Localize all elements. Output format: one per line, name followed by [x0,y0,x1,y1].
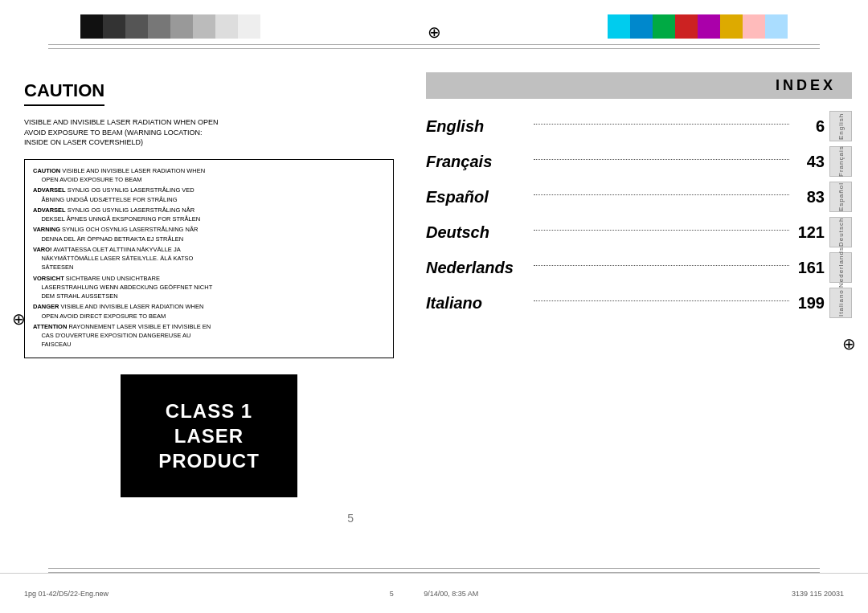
top-line1 [48,44,820,45]
index-dots-italiano [534,300,789,301]
warning-box: CAUTION VISIBLE AND INVISIBLE LASER RADI… [24,159,394,358]
warning-entry-attention: ATTENTION RAYONNEMENT LASER VISIBLE ET I… [33,322,385,349]
swatch-bar-right [608,14,788,39]
laser-product-box: CLASS 1 LASER PRODUCT [121,374,297,498]
index-label-espanol: Español [426,188,530,206]
index-entry-english: English 6 English [426,111,852,141]
swatch-black [80,14,103,39]
footer-timestamp: 9/14/00, 8:35 AM [424,590,478,598]
index-label-nederlands: Nederlands [426,259,530,277]
swatch-gray2 [148,14,170,39]
index-tab-italiano: Italiano [829,288,852,318]
caution-main-text: VISIBLE AND INVISIBLE LASER RADIATION WH… [24,117,394,148]
bottom-line1 [48,568,820,569]
swatch-white [238,14,260,39]
index-tab-francais: Français [829,146,852,177]
index-page-espanol: 83 [792,188,825,206]
warning-entry-caution: CAUTION VISIBLE AND INVISIBLE LASER RADI… [33,166,385,185]
swatch-gray1 [125,14,148,39]
crosshair-top: ⊕ [428,22,441,42]
crosshair-left: ⊕ [12,309,26,329]
left-panel: CAUTION VISIBLE AND INVISIBLE LASER RADI… [0,64,418,573]
swatch-blue [630,14,653,39]
swatch-green [653,14,675,39]
caution-heading: CAUTION [24,80,104,106]
laser-class-line2: LASER PRODUCT [137,423,281,473]
index-label-deutsch: Deutsch [426,223,530,242]
right-panel: INDEX English 6 English Français 43 Fran… [418,64,868,573]
swatch-bar-left [80,14,260,39]
page-number-left: 5 [347,512,354,525]
swatch-yellow [720,14,743,39]
index-entry-italiano: Italiano 199 Italiano [426,288,852,318]
index-header: INDEX [426,72,852,99]
swatch-gray3 [170,14,193,39]
swatch-gray4 [193,14,215,39]
index-entry-francais: Français 43 Français [426,146,852,177]
swatch-dark [103,14,125,39]
warning-entry-advarsel1: ADVARSEL SYNLIG OG USYNLIG LASERSTRÅLING… [33,186,385,204]
index-dots-english [534,124,789,125]
swatch-lightblue [765,14,788,39]
index-dots-deutsch [534,230,789,231]
index-tab-espanol: Español [829,182,852,212]
swatch-cyan [608,14,630,39]
laser-class-line1: CLASS 1 [137,398,281,423]
warning-entry-varo: VARO! AVATTAESSA OLET ALTTIINA NÄKYVÄLLE… [33,245,385,272]
warning-entry-vorsicht: VORSICHT SICHTBARE UND UNSICHTBARE LASER… [33,274,385,301]
index-page-nederlands: 161 [792,259,825,277]
index-label-italiano: Italiano [426,294,530,313]
crosshair-right: ⊕ [842,334,856,353]
swatch-gray5 [215,14,238,39]
warning-entry-advarsel2: ADVARSEL SYNLIG OG USYNLIG LASERSTRÅLING… [33,206,385,224]
index-page-deutsch: 121 [792,223,825,242]
index-page-francais: 43 [792,153,825,171]
index-entries: English 6 English Français 43 Français E… [426,111,852,318]
index-tab-nederlands: Nederlands [829,252,852,283]
index-dots-espanol [534,194,789,195]
index-label-francais: Français [426,153,530,171]
top-line2 [48,48,820,49]
footer-left: 1pg 01-42/D5/22-Eng.new [24,590,297,598]
footer-right: 3139 115 20031 [571,590,844,598]
index-label-english: English [426,117,530,136]
footer-page-num: 5 [390,590,394,598]
warning-entry-varning: VARNING SYNLIG OCH OSYNLIG LASERSTRÅLNIN… [33,225,385,243]
index-page-italiano: 199 [792,294,825,313]
index-tab-deutsch: Deutsch [829,217,852,247]
index-entry-deutsch: Deutsch 121 Deutsch [426,217,852,247]
index-entry-nederlands: Nederlands 161 Nederlands [426,252,852,283]
swatch-magenta [698,14,720,39]
main-content: CAUTION VISIBLE AND INVISIBLE LASER RADI… [0,64,868,573]
footer: 1pg 01-42/D5/22-Eng.new 5 9/14/00, 8:35 … [0,573,868,613]
swatch-red [675,14,698,39]
footer-center: 5 9/14/00, 8:35 AM [297,590,571,598]
index-page-english: 6 [792,117,825,136]
warning-entry-danger: DANGER VISIBLE AND INVISIBLE LASER RADIA… [33,302,385,321]
index-entry-espanol: Español 83 Español [426,182,852,212]
swatch-pink [743,14,765,39]
index-dots-nederlands [534,265,789,266]
index-tab-english: English [829,111,852,141]
index-dots-francais [534,159,789,160]
